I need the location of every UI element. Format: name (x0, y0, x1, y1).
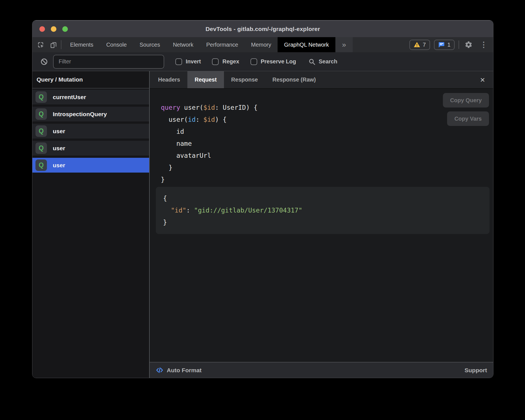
checkbox-regex[interactable] (212, 58, 219, 65)
query-name: IntrospectionQuery (53, 111, 107, 118)
query-type-badge: Q (35, 91, 47, 103)
tab-console[interactable]: Console (100, 37, 133, 52)
clear-button[interactable] (39, 56, 50, 67)
query-sidebar: Query / Mutation QcurrentUserQIntrospect… (32, 71, 149, 378)
detail-panel: HeadersRequestResponseResponse (Raw) × q… (150, 71, 493, 378)
request-view: query user($id: UserID) { user(id: $id) … (150, 89, 493, 362)
minimize-window-button[interactable] (51, 26, 56, 32)
query-type-badge: Q (35, 159, 47, 171)
code-line: name (161, 138, 493, 150)
tab-graphql-network[interactable]: GraphQL Network (278, 37, 335, 52)
messages-badge[interactable]: 1 (434, 40, 455, 50)
detail-tab-bar: HeadersRequestResponseResponse (Raw) × (150, 71, 493, 89)
window-title: DevTools - gitlab.com/-/graphql-explorer (206, 26, 320, 32)
code-line: "id": "gid://gitlab/User/13704317" (163, 204, 482, 216)
query-type-badge: Q (35, 142, 47, 154)
tab-performance[interactable]: Performance (200, 37, 245, 52)
query-list-item[interactable]: QcurrentUser (32, 90, 149, 104)
toolbar-divider (61, 40, 61, 49)
code-line: } (161, 162, 493, 174)
auto-format-button[interactable]: Auto Format (156, 366, 202, 374)
warning-icon (414, 41, 420, 48)
tab-memory[interactable]: Memory (245, 37, 278, 52)
panel-footer: Auto Format Support (150, 362, 493, 378)
query-name: user (53, 145, 65, 152)
settings-button[interactable] (463, 39, 474, 50)
query-list-item[interactable]: Quser (32, 158, 149, 173)
inspect-cursor-icon (37, 41, 44, 49)
zoom-window-button[interactable] (62, 26, 68, 32)
close-panel-button[interactable]: × (477, 74, 488, 85)
detail-tab-headers[interactable]: Headers (151, 71, 187, 88)
query-name: user (53, 128, 65, 135)
inspect-element-button[interactable] (34, 37, 47, 52)
query-list-item[interactable]: QIntrospectionQuery (32, 107, 149, 121)
checkbox-group-regex[interactable]: Regex (212, 58, 239, 65)
detail-tab-response[interactable]: Response (224, 71, 265, 88)
query-name: user (53, 162, 65, 169)
close-window-button[interactable] (39, 26, 45, 32)
tab-network[interactable]: Network (166, 37, 200, 52)
tab-sources[interactable]: Sources (133, 37, 166, 52)
code-brackets-icon (156, 366, 163, 374)
title-bar: DevTools - gitlab.com/-/graphql-explorer (32, 20, 493, 37)
traffic-lights (39, 21, 68, 37)
code-line: { (163, 192, 482, 204)
toolbar-right-divider (459, 40, 459, 49)
code-line: } (163, 216, 482, 228)
checkbox-group-invert[interactable]: Invert (175, 58, 201, 65)
toolbar-right: 7 1 ⋮ (409, 37, 493, 52)
devtools-tab-bar: ElementsConsoleSourcesNetworkPerformance… (32, 37, 493, 52)
auto-format-label: Auto Format (167, 367, 202, 374)
content-area: Query / Mutation QcurrentUserQIntrospect… (32, 71, 493, 378)
main-tabs: ElementsConsoleSourcesNetworkPerformance… (64, 37, 335, 52)
query-type-badge: Q (35, 108, 47, 120)
device-toolbar-icon (50, 41, 57, 49)
menu-dots-button[interactable]: ⋮ (478, 39, 489, 50)
filter-input[interactable] (53, 55, 164, 69)
gear-icon (465, 41, 472, 49)
message-icon (438, 41, 445, 48)
query-list-item[interactable]: Quser (32, 141, 149, 156)
detail-tab-response-raw[interactable]: Response (Raw) (265, 71, 323, 88)
checkbox-label: Preserve Log (261, 58, 296, 65)
message-count: 1 (447, 42, 450, 48)
checkbox-invert[interactable] (175, 58, 182, 65)
filter-checkboxes: InvertRegexPreserve Log (164, 58, 296, 65)
search-button[interactable]: Search (308, 58, 337, 65)
filter-bar: InvertRegexPreserve Log Search (32, 52, 493, 71)
query-name: currentUser (53, 94, 86, 101)
device-toolbar-button[interactable] (47, 37, 60, 52)
devtools-window: DevTools - gitlab.com/-/graphql-explorer… (32, 20, 493, 378)
query-list: QcurrentUserQIntrospectionQueryQuserQuse… (32, 89, 149, 173)
search-label: Search (319, 58, 337, 65)
copy-query-button[interactable]: Copy Query (443, 93, 489, 108)
search-icon (308, 58, 316, 65)
query-list-item[interactable]: Quser (32, 124, 149, 139)
more-tabs-button[interactable]: » (335, 37, 353, 52)
tab-elements[interactable]: Elements (64, 37, 100, 52)
code-line: avatarUrl (161, 150, 493, 162)
request-variables-box: { "id": "gid://gitlab/User/13704317"} (156, 187, 490, 234)
checkbox-label: Invert (186, 58, 201, 65)
request-query-code: query user($id: UserID) { user(id: $id) … (150, 89, 493, 186)
checkbox-group-preserve-log[interactable]: Preserve Log (250, 58, 296, 65)
code-line: id (161, 126, 493, 138)
code-line: } (161, 174, 493, 186)
copy-buttons: Copy Query Copy Vars (443, 93, 489, 126)
detail-tabs: HeadersRequestResponseResponse (Raw) (151, 71, 323, 88)
query-type-badge: Q (35, 125, 47, 137)
checkbox-label: Regex (222, 58, 239, 65)
warning-count: 7 (423, 42, 426, 48)
block-icon (40, 58, 48, 66)
detail-tab-request[interactable]: Request (187, 71, 224, 88)
warnings-badge[interactable]: 7 (409, 40, 430, 50)
copy-vars-button[interactable]: Copy Vars (447, 111, 489, 126)
sidebar-header: Query / Mutation (32, 71, 149, 89)
support-link[interactable]: Support (465, 367, 487, 374)
checkbox-preserve-log[interactable] (250, 58, 257, 65)
